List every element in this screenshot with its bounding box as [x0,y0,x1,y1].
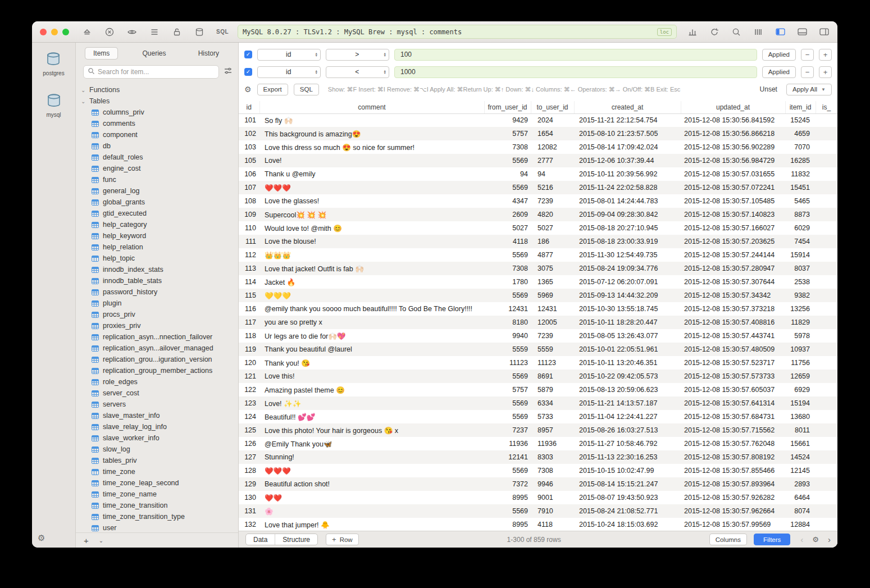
table-row[interactable]: 131🌸556979102015-08-24 21:08:52.7712015-… [239,504,837,518]
cell-to_user_id[interactable]: 8957 [531,423,574,437]
cell-created_at[interactable]: 2015-10-11 20:39:56.992 [574,167,681,181]
data-view-button[interactable]: Data [246,534,275,545]
table-row[interactable]: 106Thank u @emily94942015-10-11 20:39:56… [239,167,837,181]
cell-updated_at[interactable]: 2015-12-08 15:30:57.105485 [681,194,785,208]
cell-created_at[interactable]: 2015-10-15 10:02:47.99 [574,464,681,477]
cell-comment[interactable]: Ur legs are to die for🙌🏻💖 [259,329,484,343]
cell-item_id[interactable]: 4659 [785,127,816,140]
cell-id[interactable]: 101 [239,113,259,127]
cell-updated_at[interactable]: 2015-12-08 15:30:57.855466 [681,464,785,477]
sidebar-table-item[interactable]: comments [76,118,238,129]
cell-id[interactable]: 121 [239,370,259,383]
cell-id[interactable]: 118 [239,329,259,343]
table-row[interactable]: 118Ur legs are to die for🙌🏻💖994072392015… [239,329,837,343]
cell-comment[interactable]: Amazing pastel theme 😊 [259,383,484,396]
cell-item_id[interactable]: 2893 [785,477,816,491]
cell-is_[interactable] [816,518,837,531]
column-header-updated_at[interactable]: updated_at [681,101,785,113]
cell-item_id[interactable]: 15914 [785,248,816,262]
cell-updated_at[interactable]: 2015-12-08 15:30:57.962664 [681,504,785,518]
table-row[interactable]: 113Love that jacket! Outfit is fab 🙌🏻730… [239,262,837,275]
panel-left-icon[interactable] [775,26,786,38]
database-icon[interactable] [194,26,205,38]
sidebar-table-item[interactable]: replication_group_member_actions [76,365,238,376]
panel-bottom-icon[interactable] [796,26,808,38]
group-tables[interactable]: ⌄ Tables [76,95,238,107]
table-row[interactable]: 125Love this photo! Your hair is gorgeou… [239,423,837,437]
sidebar-table-item[interactable]: slave_master_info [76,410,238,421]
eject-icon[interactable] [81,26,93,38]
remove-filter-button[interactable]: − [801,66,814,78]
filter-settings-gear-icon[interactable]: ⚙ [244,85,252,94]
sidebar-table-item[interactable]: replication_asyn...ailover_managed [76,343,238,354]
table-row[interactable]: 110Would love to! @mith 😊502750272015-08… [239,221,837,235]
table-row[interactable]: 130❤️❤️899590012015-08-07 19:43:50.92320… [239,491,837,504]
cell-comment[interactable]: 💛💛💛 [259,289,484,302]
table-row[interactable]: 121Love this!556986912015-10-22 09:42:05… [239,370,837,383]
cell-created_at[interactable]: 2015-08-24 21:08:52.771 [574,504,681,518]
panel-right-icon[interactable] [818,26,830,38]
cell-to_user_id[interactable]: 12005 [531,316,574,329]
rail-settings-gear-icon[interactable]: ⚙ [38,533,45,543]
cell-to_user_id[interactable]: 2777 [531,154,574,167]
cell-item_id[interactable]: 16285 [785,154,816,167]
cell-to_user_id[interactable]: 12431 [531,302,574,316]
disconnect-icon[interactable] [104,26,115,38]
filter-column-select[interactable]: id ▲▼ [257,49,321,61]
cell-item_id[interactable]: 6929 [785,383,816,396]
cell-is_[interactable] [816,167,837,181]
cell-updated_at[interactable]: 2015-12-08 15:30:57.99569 [681,518,785,531]
cell-from_user_id[interactable]: 5757 [484,383,531,396]
column-header-is_[interactable]: is_ [816,101,837,113]
cell-is_[interactable] [816,316,837,329]
cell-updated_at[interactable]: 2015-12-08 15:30:57.605037 [681,383,785,396]
sidebar-table-item[interactable]: servers [76,399,238,410]
cell-from_user_id[interactable]: 5569 [484,289,531,302]
cell-to_user_id[interactable]: 5733 [531,410,574,423]
cell-is_[interactable] [816,208,837,221]
table-row[interactable]: 114Jacket 🔥178013652015-07-12 06:20:07.0… [239,275,837,289]
cell-comment[interactable]: Thank you beautiful @laurel [259,343,484,356]
cell-from_user_id[interactable]: 5569 [484,396,531,410]
table-row[interactable]: 129Beautiful action shot!737299462015-08… [239,477,837,491]
cell-to_user_id[interactable]: 4820 [531,208,574,221]
sidebar-table-item[interactable]: user [76,522,238,532]
cell-from_user_id[interactable]: 4347 [484,194,531,208]
search-input[interactable] [98,68,215,76]
tab-history[interactable]: History [190,48,227,59]
tab-queries[interactable]: Queries [134,48,174,59]
cell-id[interactable]: 125 [239,423,259,437]
cell-id[interactable]: 113 [239,262,259,275]
cell-updated_at[interactable]: 2015-12-08 15:30:57.808192 [681,450,785,464]
cell-item_id[interactable]: 13256 [785,302,816,316]
add-item-dropdown-icon[interactable]: ⌄ [99,537,103,544]
cell-to_user_id[interactable]: 8691 [531,370,574,383]
cell-from_user_id[interactable]: 5569 [484,248,531,262]
cell-created_at[interactable]: 2015-08-14 15:15:21.247 [574,477,681,491]
cell-from_user_id[interactable]: 12141 [484,450,531,464]
cell-item_id[interactable]: 6029 [785,221,816,235]
cell-item_id[interactable]: 12145 [785,464,816,477]
cell-to_user_id[interactable]: 2024 [531,113,574,127]
table-row[interactable]: 119Thank you beautiful @laurel5559555920… [239,343,837,356]
cell-from_user_id[interactable]: 7308 [484,262,531,275]
cell-to_user_id[interactable]: 186 [531,235,574,248]
cell-item_id[interactable]: 7070 [785,140,816,154]
apply-all-button[interactable]: Apply All ▼ [786,84,832,95]
table-row[interactable]: 120Thank you! 😘11123111232015-10-11 13:2… [239,356,837,370]
sidebar-table-item[interactable]: proxies_priv [76,320,238,331]
cell-to_user_id[interactable]: 9001 [531,491,574,504]
applied-button[interactable]: Applied [762,66,796,78]
sidebar-table-item[interactable]: time_zone [76,466,238,477]
cell-item_id[interactable]: 5465 [785,194,816,208]
cell-created_at[interactable]: 2015-08-10 21:23:57.505 [574,127,681,140]
tab-items[interactable]: Items [85,47,118,60]
cell-comment[interactable]: Love that jumper! 🐥 [259,518,484,531]
cell-id[interactable]: 102 [239,127,259,140]
cell-created_at[interactable]: 2015-10-01 22:05:51.961 [574,343,681,356]
cell-comment[interactable]: ❤️❤️❤️ [259,464,484,477]
prev-page-icon[interactable]: ‹ [800,535,803,544]
cell-from_user_id[interactable]: 12431 [484,302,531,316]
table-row[interactable]: 128❤️❤️❤️556973082015-10-15 10:02:47.992… [239,464,837,477]
cell-updated_at[interactable]: 2015-12-08 15:30:57.684731 [681,410,785,423]
